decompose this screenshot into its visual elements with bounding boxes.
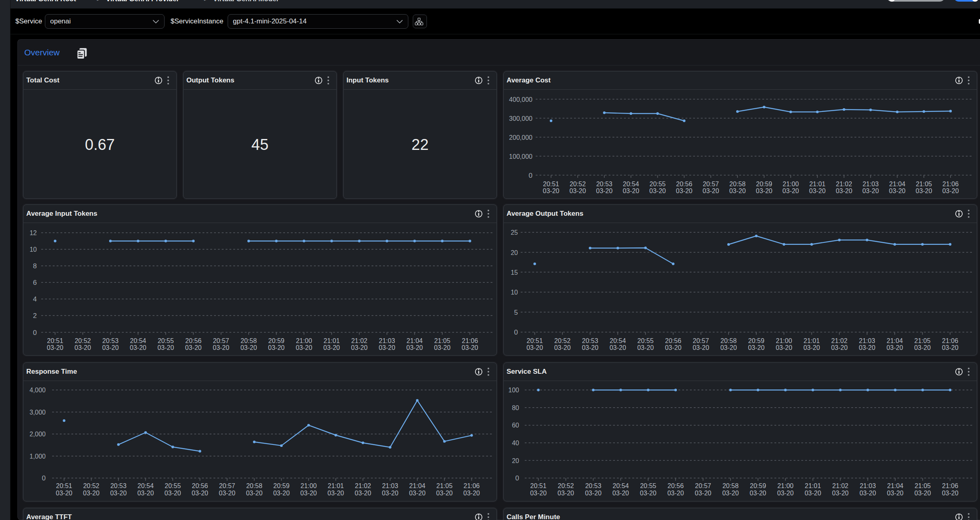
svg-text:20:55: 20:55 <box>158 337 174 345</box>
svg-text:03-20: 03-20 <box>805 489 821 497</box>
svg-text:21:05: 21:05 <box>434 337 450 345</box>
svg-text:20:54: 20:54 <box>137 482 154 490</box>
svg-text:03-20: 03-20 <box>323 344 340 352</box>
svg-text:10: 10 <box>30 246 37 253</box>
svg-text:3,000: 3,000 <box>30 408 46 416</box>
svg-text:20:58: 20:58 <box>722 482 739 490</box>
svg-text:03-20: 03-20 <box>649 187 666 195</box>
svg-text:21:01: 21:01 <box>323 337 340 345</box>
svg-text:03-20: 03-20 <box>569 187 586 195</box>
svg-text:4: 4 <box>33 295 37 303</box>
svg-text:200,000: 200,000 <box>509 134 532 141</box>
svg-text:03-20: 03-20 <box>137 489 154 497</box>
svg-text:20:54: 20:54 <box>612 482 629 490</box>
svg-text:21:02: 21:02 <box>351 337 368 345</box>
svg-text:20:57: 20:57 <box>693 337 709 345</box>
svg-text:21:01: 21:01 <box>805 482 821 490</box>
svg-text:21:02: 21:02 <box>836 180 852 188</box>
svg-text:20:56: 20:56 <box>192 482 208 490</box>
svg-text:03-20: 03-20 <box>165 489 181 497</box>
svg-text:0: 0 <box>515 474 519 482</box>
svg-text:03-20: 03-20 <box>610 344 626 352</box>
svg-text:100: 100 <box>508 386 519 394</box>
svg-text:03-20: 03-20 <box>612 489 629 497</box>
svg-text:21:04: 21:04 <box>407 337 423 345</box>
svg-text:20:59: 20:59 <box>756 180 772 188</box>
svg-text:0: 0 <box>514 328 518 336</box>
svg-text:21:05: 21:05 <box>916 180 932 188</box>
svg-text:20:57: 20:57 <box>703 180 719 188</box>
svg-text:20:59: 20:59 <box>268 337 285 345</box>
svg-text:03-20: 03-20 <box>273 489 290 497</box>
svg-text:4,000: 4,000 <box>30 386 46 394</box>
svg-text:03-20: 03-20 <box>585 489 602 497</box>
svg-text:21:02: 21:02 <box>831 337 847 345</box>
svg-text:100,000: 100,000 <box>509 153 532 160</box>
svg-text:03-20: 03-20 <box>860 489 876 497</box>
svg-text:03-20: 03-20 <box>916 187 932 195</box>
svg-text:03-20: 03-20 <box>782 187 799 195</box>
svg-text:21:05: 21:05 <box>915 482 931 490</box>
svg-text:21:03: 21:03 <box>859 337 875 345</box>
svg-text:21:02: 21:02 <box>355 482 371 490</box>
svg-text:03-20: 03-20 <box>102 344 119 352</box>
svg-text:20:52: 20:52 <box>83 482 99 490</box>
svg-text:21:01: 21:01 <box>809 180 826 188</box>
svg-text:03-20: 03-20 <box>596 187 612 195</box>
svg-text:20:57: 20:57 <box>695 482 711 490</box>
svg-text:03-20: 03-20 <box>693 344 709 352</box>
svg-text:21:00: 21:00 <box>776 337 792 345</box>
svg-text:03-20: 03-20 <box>47 344 63 352</box>
svg-text:21:00: 21:00 <box>783 180 799 188</box>
svg-text:10: 10 <box>511 288 518 296</box>
svg-text:03-20: 03-20 <box>803 344 820 352</box>
svg-text:20:59: 20:59 <box>750 482 766 490</box>
svg-text:1,000: 1,000 <box>30 453 46 460</box>
svg-text:03-20: 03-20 <box>809 187 826 195</box>
svg-text:03-20: 03-20 <box>862 187 879 195</box>
svg-text:03-20: 03-20 <box>887 344 903 352</box>
svg-text:300,000: 300,000 <box>509 115 532 122</box>
svg-text:21:03: 21:03 <box>382 482 398 490</box>
svg-text:20:52: 20:52 <box>558 482 574 490</box>
svg-text:20: 20 <box>512 457 519 465</box>
svg-text:03-20: 03-20 <box>241 344 257 352</box>
svg-text:03-20: 03-20 <box>462 344 478 352</box>
svg-text:03-20: 03-20 <box>110 489 127 497</box>
svg-text:20:51: 20:51 <box>527 337 543 345</box>
svg-text:03-20: 03-20 <box>554 344 571 352</box>
svg-text:0: 0 <box>529 172 532 179</box>
svg-text:20:53: 20:53 <box>102 337 118 345</box>
svg-text:03-20: 03-20 <box>729 187 746 195</box>
svg-text:03-20: 03-20 <box>526 344 543 352</box>
svg-text:03-20: 03-20 <box>665 344 682 352</box>
svg-text:03-20: 03-20 <box>56 489 72 497</box>
svg-text:03-20: 03-20 <box>74 344 91 352</box>
svg-text:400,000: 400,000 <box>509 96 532 103</box>
svg-text:20:51: 20:51 <box>56 482 72 490</box>
svg-text:20:54: 20:54 <box>610 337 626 345</box>
svg-text:20:57: 20:57 <box>213 337 229 345</box>
svg-text:5: 5 <box>514 309 518 316</box>
svg-text:20:54: 20:54 <box>623 180 639 188</box>
svg-text:20:55: 20:55 <box>165 482 181 490</box>
svg-text:0: 0 <box>33 329 37 337</box>
svg-text:21:00: 21:00 <box>300 482 317 490</box>
svg-text:03-20: 03-20 <box>676 187 693 195</box>
svg-text:20:56: 20:56 <box>667 482 684 490</box>
svg-text:80: 80 <box>512 404 519 412</box>
svg-text:03-20: 03-20 <box>887 489 904 497</box>
svg-text:15: 15 <box>511 269 518 276</box>
svg-text:03-20: 03-20 <box>463 489 480 497</box>
svg-text:20:53: 20:53 <box>596 180 612 188</box>
svg-text:03-20: 03-20 <box>558 489 574 497</box>
svg-text:03-20: 03-20 <box>246 489 262 497</box>
svg-text:21:06: 21:06 <box>942 180 959 188</box>
svg-text:21:00: 21:00 <box>777 482 794 490</box>
svg-text:2,000: 2,000 <box>30 430 46 438</box>
svg-text:60: 60 <box>512 421 519 429</box>
svg-text:03-20: 03-20 <box>219 489 235 497</box>
svg-text:20:56: 20:56 <box>676 180 692 188</box>
svg-text:03-20: 03-20 <box>832 489 849 497</box>
svg-text:03-20: 03-20 <box>722 489 739 497</box>
